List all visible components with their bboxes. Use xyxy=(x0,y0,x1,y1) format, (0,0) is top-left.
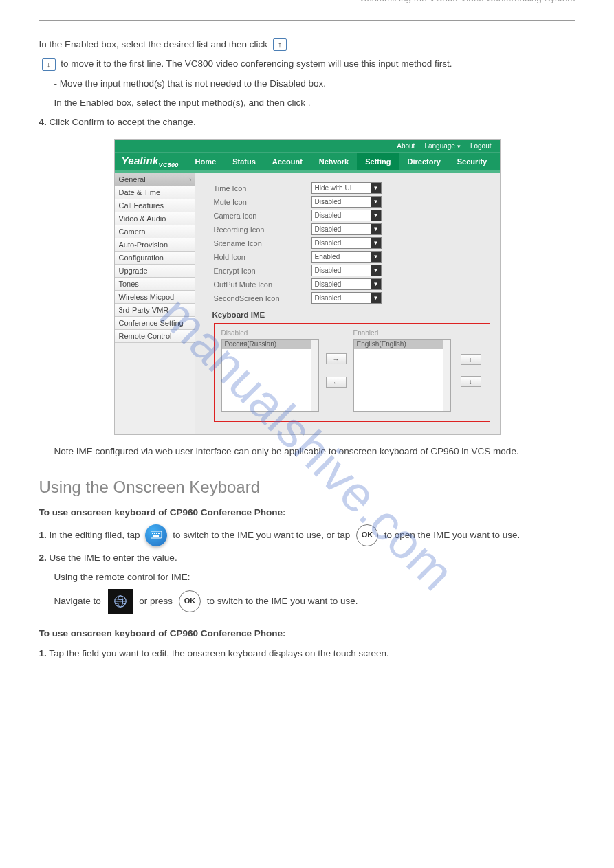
label-sitename-icon: Sitename Icon xyxy=(214,239,311,247)
step-a2c: Navigate to or press OK to switch to the… xyxy=(54,589,575,614)
logout-link[interactable]: Logout xyxy=(470,142,492,150)
dd-output-mute-icon[interactable]: Disabled xyxy=(311,278,382,290)
nav-account[interactable]: Account xyxy=(264,153,311,170)
bullet-disable: - Move the input method(s) that is not n… xyxy=(54,76,575,91)
sidebar-item-videoaudio[interactable]: Video & Audio xyxy=(115,212,195,225)
dd-camera-icon[interactable]: Disabled xyxy=(311,210,382,221)
ok-button-icon: OK xyxy=(356,524,378,546)
list-item[interactable]: Россия(Russian) xyxy=(222,340,318,349)
main-nav: YealinkVC800 Home Status Account Network… xyxy=(115,153,500,170)
dd-hold-icon[interactable]: Enabled xyxy=(311,251,382,263)
sidebar-item-datetime[interactable]: Date & Time xyxy=(115,186,195,199)
move-down-button[interactable]: ↓ xyxy=(461,376,481,387)
globe-icon xyxy=(108,589,133,614)
note-ime: Note IME configured via web user interfa… xyxy=(54,444,575,459)
dd-recording-icon[interactable]: Disabled xyxy=(311,223,382,235)
text: Tap the field you want to edit, the onsc… xyxy=(49,648,389,658)
ime-disabled-list[interactable]: Россия(Russian) xyxy=(221,339,319,412)
sidebar-item-micpod[interactable]: Wireless Micpod xyxy=(115,291,195,304)
sidebar-item-camera[interactable]: Camera xyxy=(115,225,195,238)
header-rule xyxy=(39,20,575,21)
label-recording-icon: Recording Icon xyxy=(214,225,311,234)
label-hold-icon: Hold Icon xyxy=(214,253,311,261)
move-left-button[interactable]: ← xyxy=(326,377,347,388)
arrow-down-key-icon: ↓ xyxy=(42,58,56,71)
nav-directory[interactable]: Directory xyxy=(399,153,448,170)
sidebar-item-callfeatures[interactable]: Call Features xyxy=(115,199,195,212)
dd-time-icon[interactable]: Hide with UI xyxy=(311,182,382,194)
text: Navigate to xyxy=(54,596,101,606)
step-a2b: Using the remote control for IME: xyxy=(54,570,575,585)
label-encrypt-icon: Encrypt Icon xyxy=(214,267,311,275)
nav-status[interactable]: Status xyxy=(224,153,264,170)
dd-secondscreen-icon[interactable]: Disabled xyxy=(311,292,382,304)
text: to switch to the IME you want to use. xyxy=(207,596,358,606)
list-item[interactable]: English(English) xyxy=(354,340,450,349)
svg-rect-5 xyxy=(153,535,159,537)
text: In the Enabled box, select the desired l… xyxy=(39,39,267,49)
dd-mute-icon[interactable]: Disabled xyxy=(311,196,382,208)
sidebar-item-general[interactable]: General xyxy=(115,173,195,186)
heading-onscreen-keyboard: Using the Onscreen Keyboard xyxy=(39,478,575,497)
subheading-cp960-a: To use onscreen keyboard of CP960 Confer… xyxy=(39,505,575,520)
dd-encrypt-icon[interactable]: Disabled xyxy=(311,265,382,276)
step-number: 1. xyxy=(39,648,47,658)
label-output-mute-icon: OutPut Mute Icon xyxy=(214,280,311,289)
dd-sitename-icon[interactable]: Disabled xyxy=(311,237,382,249)
web-ui-screenshot: About Language Logout YealinkVC800 Home … xyxy=(115,140,500,434)
step-b1: 1. Tap the field you want to edit, the o… xyxy=(39,646,575,661)
ok-button-icon: OK xyxy=(179,590,201,612)
step-number: 1. xyxy=(39,529,47,539)
step-text: Click Confirm to accept the change. xyxy=(50,117,196,127)
step-number: 2. xyxy=(39,553,47,563)
subheading-cp960-b: To use onscreen keyboard of CP960 Confer… xyxy=(39,626,575,641)
sidebar-item-conf[interactable]: Conference Setting xyxy=(115,317,195,330)
topbar: About Language Logout xyxy=(115,140,500,153)
nav-network[interactable]: Network xyxy=(311,153,357,170)
settings-sidebar: General Date & Time Call Features Video … xyxy=(115,173,195,434)
sidebar-item-config[interactable]: Configuration xyxy=(115,252,195,265)
arrow-up-key-icon: ↑ xyxy=(273,38,287,51)
label-mute-icon: Mute Icon xyxy=(214,198,311,206)
brand-logo: YealinkVC800 xyxy=(115,155,184,168)
text: or press xyxy=(139,596,173,606)
step-a2: 2. Use the IME to enter the value. xyxy=(39,550,575,566)
nav-setting[interactable]: Setting xyxy=(357,153,399,170)
svg-rect-0 xyxy=(151,531,162,538)
step-4: 4. Click Confirm to accept the change. xyxy=(39,115,575,130)
sidebar-item-remote[interactable]: Remote Control xyxy=(115,330,195,343)
label-secondscreen-icon: SecondScreen Icon xyxy=(214,294,311,302)
section-keyboard-ime: Keyboard IME xyxy=(212,311,490,319)
sidebar-item-autoprov[interactable]: Auto-Provision xyxy=(115,238,195,252)
step-number: 4. xyxy=(39,117,47,127)
about-link[interactable]: About xyxy=(397,142,415,150)
svg-rect-4 xyxy=(158,533,160,534)
instruction-top: In the Enabled box, select the desired l… xyxy=(39,37,575,52)
ime-transfer-box: Disabled Россия(Russian) → ← Enabled Eng… xyxy=(214,323,490,422)
step-a1: 1. In the editing filed, tap to switch t… xyxy=(39,524,575,546)
text: to move it to the first line. The VC800 … xyxy=(61,58,452,69)
page-header-right: Customizing the VC800 Video Conferencing… xyxy=(39,0,575,3)
ime-enabled-label: Enabled xyxy=(353,329,451,337)
nav-home[interactable]: Home xyxy=(187,153,225,170)
keyboard-icon xyxy=(145,524,167,546)
sidebar-item-tones[interactable]: Tones xyxy=(115,278,195,291)
svg-rect-1 xyxy=(152,533,153,534)
move-right-button[interactable]: → xyxy=(326,353,347,364)
move-up-button[interactable]: ↑ xyxy=(461,354,481,365)
text: to switch to the IME you want to use, or… xyxy=(173,529,350,539)
ime-enabled-list[interactable]: English(English) xyxy=(353,339,451,412)
svg-rect-2 xyxy=(154,533,155,534)
sidebar-item-upgrade[interactable]: Upgrade xyxy=(115,265,195,278)
bullet-move: In the Enabled box, select the input met… xyxy=(54,96,575,111)
ime-disabled-label: Disabled xyxy=(221,329,319,337)
sidebar-item-vmr[interactable]: 3rd-Party VMR xyxy=(115,304,195,317)
instruction-top-2: ↓ to move it to the first line. The VC80… xyxy=(39,56,575,71)
language-menu[interactable]: Language xyxy=(424,142,461,150)
label-camera-icon: Camera Icon xyxy=(214,212,311,220)
text: Use the IME to enter the value. xyxy=(50,553,177,563)
text: to open the IME you want to use. xyxy=(384,529,520,539)
nav-security[interactable]: Security xyxy=(449,153,495,170)
text: In the editing filed, tap xyxy=(50,529,140,539)
label-time-icon: Time Icon xyxy=(214,184,311,192)
